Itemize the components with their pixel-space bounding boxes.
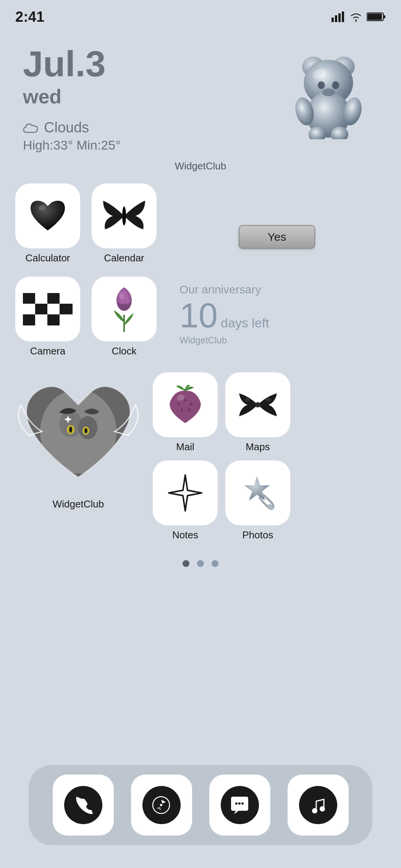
svg-point-60 <box>320 806 325 812</box>
page-dots <box>0 560 401 567</box>
strawberry-icon <box>165 383 205 427</box>
svg-rect-25 <box>60 293 73 304</box>
anniversary-title: Our anniversary <box>179 283 374 296</box>
chat-icon <box>221 786 259 824</box>
svg-point-20 <box>122 206 126 225</box>
date-main: Jul.3 <box>23 46 121 82</box>
signal-icon <box>331 11 345 22</box>
page-dot-3 <box>212 560 218 567</box>
svg-rect-2 <box>338 13 341 22</box>
app-label-calendar: Calendar <box>104 252 144 264</box>
svg-rect-33 <box>60 314 73 325</box>
checker-icon <box>23 293 73 325</box>
cat-heart-icon <box>17 374 139 489</box>
svg-point-45 <box>190 403 192 406</box>
svg-point-46 <box>181 408 183 411</box>
dock-item-music[interactable] <box>288 775 349 836</box>
bear-decoration <box>275 38 382 145</box>
app-item-calendar[interactable]: Calendar <box>92 184 157 264</box>
app-icon-photos[interactable] <box>225 461 290 525</box>
app-row-2: Camera Clock Our anniversary 10 <box>0 275 401 357</box>
app-row-1: Calculator Calendar Yes <box>0 184 401 264</box>
app-icon-calendar[interactable] <box>92 184 157 248</box>
bear-icon <box>281 44 376 139</box>
svg-rect-26 <box>23 304 35 314</box>
svg-rect-1 <box>335 15 337 22</box>
svg-rect-5 <box>384 15 385 18</box>
svg-rect-32 <box>47 314 60 325</box>
app-item-notes[interactable]: Notes <box>153 461 218 541</box>
svg-rect-0 <box>331 18 334 22</box>
app-icon-camera[interactable] <box>15 277 80 341</box>
svg-rect-24 <box>47 293 60 304</box>
svg-point-43 <box>178 403 180 406</box>
wifi-icon <box>349 11 363 22</box>
page-dot-2 <box>197 560 204 567</box>
app-icon-clock[interactable] <box>92 277 157 341</box>
date-widget: Jul.3 wed Clouds High:33° Min:25° <box>0 27 401 153</box>
anniversary-widget: Our anniversary 10 days left WidgetClub <box>168 275 386 353</box>
status-bar: 2:41 <box>0 0 401 27</box>
anniversary-club: WidgetClub <box>179 335 374 346</box>
date-info: Jul.3 wed Clouds High:33° Min:25° <box>23 46 121 153</box>
widget-club-label-top: WidgetClub <box>0 160 401 172</box>
svg-rect-27 <box>35 304 47 314</box>
app-label-camera: Camera <box>30 345 65 357</box>
svg-point-56 <box>235 802 238 805</box>
cloud-icon <box>23 122 40 134</box>
app-item-maps[interactable]: Maps <box>225 372 290 453</box>
svg-rect-29 <box>60 304 73 314</box>
bow-icon <box>236 389 280 421</box>
dock-item-phone[interactable] <box>53 775 114 836</box>
svg-point-44 <box>184 399 186 402</box>
weather-condition-text: Clouds <box>44 119 89 136</box>
svg-point-16 <box>332 81 339 89</box>
dock <box>29 765 372 845</box>
svg-point-42 <box>84 428 87 433</box>
apps-grid-3: Mail Maps <box>153 372 290 541</box>
anniversary-days-label: days left <box>221 316 269 330</box>
butterfly-icon <box>101 197 147 235</box>
yes-button[interactable]: Yes <box>239 225 315 249</box>
app-item-mail[interactable]: Mail <box>153 372 218 453</box>
app-item-photos[interactable]: Photos <box>225 461 290 541</box>
svg-point-17 <box>322 89 335 97</box>
app-label-mail: Mail <box>176 441 194 453</box>
weather-temp: High:33° Min:25° <box>23 138 121 153</box>
svg-point-49 <box>184 389 186 391</box>
cat-widget <box>15 369 141 494</box>
svg-point-47 <box>188 408 190 411</box>
app-label-calculator: Calculator <box>25 252 70 264</box>
dock-item-messages[interactable] <box>209 775 270 836</box>
svg-rect-28 <box>47 304 60 314</box>
svg-point-41 <box>69 427 72 433</box>
svg-point-50 <box>255 402 260 407</box>
heart-icon <box>27 197 69 235</box>
svg-point-59 <box>312 808 317 813</box>
app-label-notes: Notes <box>172 529 198 541</box>
app-label-photos: Photos <box>243 529 273 541</box>
sparkle-icon <box>165 473 205 513</box>
app-icon-mail[interactable] <box>153 372 218 437</box>
app-label-maps: Maps <box>246 441 270 453</box>
cat-widget-container: WidgetClub <box>15 369 141 510</box>
music-icon <box>299 786 337 824</box>
app-row-3: WidgetClub <box>0 369 401 541</box>
svg-point-58 <box>241 802 244 805</box>
app-item-camera[interactable]: Camera <box>15 277 80 357</box>
phone-icon <box>64 786 102 824</box>
app-item-calculator[interactable]: Calculator <box>15 184 80 264</box>
app-icon-calculator[interactable] <box>15 184 80 248</box>
weather-condition: Clouds <box>23 119 121 136</box>
app-icon-maps[interactable] <box>225 372 290 437</box>
compass-icon <box>142 786 181 824</box>
app-icon-notes[interactable] <box>153 461 218 525</box>
app-item-clock[interactable]: Clock <box>92 277 157 357</box>
page-dot-1 <box>183 560 189 567</box>
svg-rect-22 <box>23 293 35 304</box>
svg-point-15 <box>318 81 325 89</box>
dock-item-safari[interactable] <box>131 775 192 836</box>
status-icons <box>331 11 386 22</box>
date-day: wed <box>23 85 121 108</box>
svg-rect-6 <box>367 14 382 20</box>
